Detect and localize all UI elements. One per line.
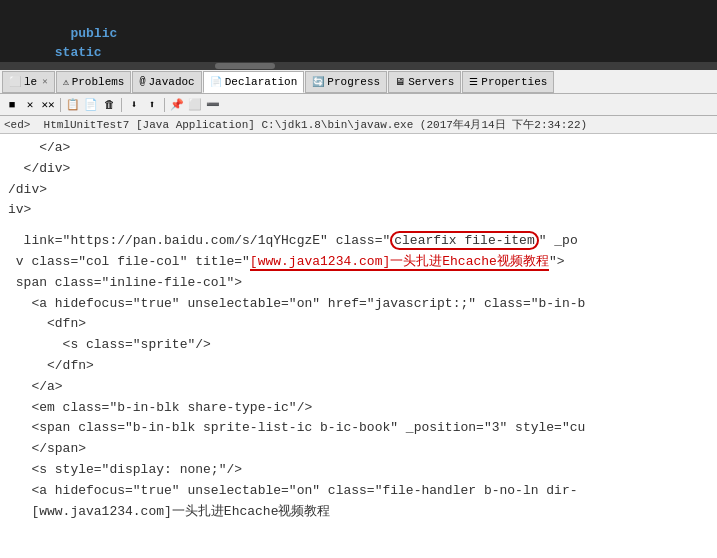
horizontal-scrollbar[interactable]	[0, 62, 717, 70]
tab-javadoc-label: Javadoc	[148, 76, 194, 88]
servers-icon: 🖥	[395, 76, 405, 88]
tab-console-label: le	[24, 76, 37, 88]
app-window: public static void main(String[] args){ …	[0, 0, 717, 558]
code-content-line-3: /div>	[8, 180, 709, 201]
code-content-line-13: <em class="b-in-blk share-type-ic"/>	[8, 398, 709, 419]
toolbar-import-btn[interactable]: ⬆	[144, 97, 160, 113]
tab-servers-label: Servers	[408, 76, 454, 88]
tab-problems-label: Problems	[72, 76, 125, 88]
toolbar-close2-btn[interactable]: ✕✕	[40, 97, 56, 113]
toolbar-close-btn[interactable]: ✕	[22, 97, 38, 113]
tab-properties[interactable]: ☰ Properties	[462, 71, 554, 93]
code-content-line-11: </dfn>	[8, 356, 709, 377]
toolbar-minimize-btn[interactable]: ➖	[205, 97, 221, 113]
keyword-public: public	[70, 26, 117, 41]
code-content-line-12: </a>	[8, 377, 709, 398]
code-content-line-2: </div>	[8, 159, 709, 180]
code-line-1: public static void main(String[] args){	[8, 4, 709, 62]
code-content-line-7: span class="inline-file-col">	[8, 273, 709, 294]
toolbar: ■ ✕ ✕✕ 📋 📄 🗑 ⬇ ⬆ 📌 ⬜ ➖	[0, 94, 717, 116]
toolbar-clear-btn[interactable]: 🗑	[101, 97, 117, 113]
code-content-line-4: iv>	[8, 200, 709, 221]
toolbar-paste-btn[interactable]: 📄	[83, 97, 99, 113]
code-editor-top: public static void main(String[] args){ …	[0, 0, 717, 62]
javadoc-icon: @	[139, 76, 145, 87]
keyword-static: static	[55, 45, 102, 60]
code-content-line-8: <a hidefocus="true" unselectable="on" hr…	[8, 294, 709, 315]
code-content-line-1: </a>	[8, 138, 709, 159]
code-content-line-18: [www.java1234.com]一头扎进Ehcache视频教程	[8, 502, 709, 523]
code-content-line-5: link="https://pan.baidu.com/s/1qYHcgzE" …	[8, 231, 709, 252]
tab-declaration[interactable]: 📄 Declaration	[203, 71, 305, 93]
toolbar-sep1	[60, 98, 61, 112]
code-content-line-9: <dfn>	[8, 314, 709, 335]
toolbar-maximize-btn[interactable]: ⬜	[187, 97, 203, 113]
code-content-line-17: <a hidefocus="true" unselectable="on" cl…	[8, 481, 709, 502]
status-bar: <ed> HtmlUnitTest7 [Java Application] C:…	[0, 116, 717, 134]
problems-icon: ⚠	[63, 76, 69, 88]
code-empty-1	[8, 221, 709, 231]
main-content-area[interactable]: </a> </div> /div> iv> link="https://pan.…	[0, 134, 717, 558]
tab-console[interactable]: ⬜ le ✕	[2, 71, 55, 93]
tab-bar: ⬜ le ✕ ⚠ Problems @ Javadoc 📄 Declaratio…	[0, 70, 717, 94]
toolbar-sep2	[121, 98, 122, 112]
tab-javadoc[interactable]: @ Javadoc	[132, 71, 201, 93]
toolbar-pin-btn[interactable]: 📌	[169, 97, 185, 113]
code-content-line-10: <s class="sprite"/>	[8, 335, 709, 356]
tab-declaration-label: Declaration	[225, 76, 298, 88]
toolbar-sep3	[164, 98, 165, 112]
highlighted-class: clearfix file-item	[390, 231, 538, 250]
tab-servers[interactable]: 🖥 Servers	[388, 71, 461, 93]
properties-icon: ☰	[469, 76, 478, 88]
code-content-line-16: <s style="display: none;"/>	[8, 460, 709, 481]
status-text: <ed> HtmlUnitTest7 [Java Application] C:…	[4, 117, 587, 132]
tab-progress-label: Progress	[327, 76, 380, 88]
tab-problems[interactable]: ⚠ Problems	[56, 71, 132, 93]
console-icon: ⬜	[9, 76, 21, 88]
code-content-line-14: <span class="b-in-blk sprite-list-ic b-i…	[8, 418, 709, 439]
toolbar-export-btn[interactable]: ⬇	[126, 97, 142, 113]
title-value: [www.java1234.com]一头扎进Ehcache视频教程	[250, 254, 549, 271]
tab-console-close[interactable]: ✕	[42, 76, 47, 87]
code-content-line-6: v class="col file-col" title="[www.java1…	[8, 252, 709, 273]
tab-properties-label: Properties	[481, 76, 547, 88]
toolbar-copy-btn[interactable]: 📋	[65, 97, 81, 113]
scrollbar-thumb[interactable]	[215, 63, 275, 69]
tab-progress[interactable]: 🔄 Progress	[305, 71, 387, 93]
progress-icon: 🔄	[312, 76, 324, 88]
code-content-line-15: </span>	[8, 439, 709, 460]
toolbar-stop-btn[interactable]: ■	[4, 97, 20, 113]
declaration-icon: 📄	[210, 76, 222, 88]
